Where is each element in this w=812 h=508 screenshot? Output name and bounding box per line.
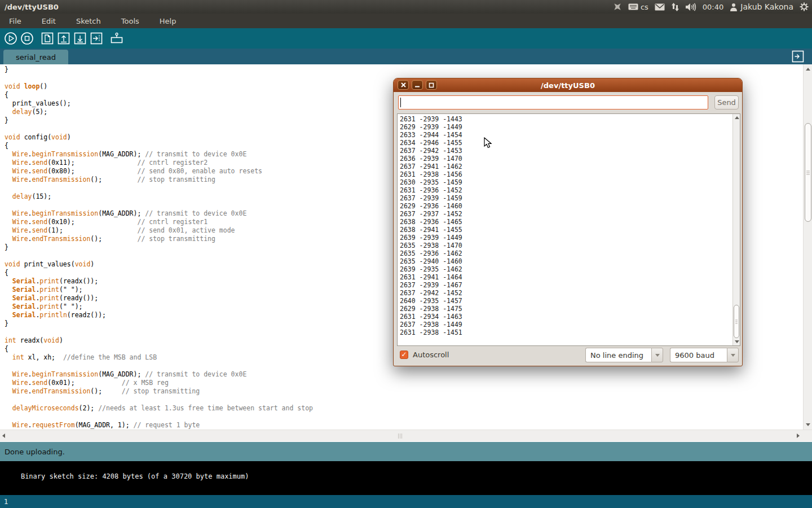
autoscroll-checkbox[interactable]: ✓: [400, 351, 408, 359]
serial-row: 2634 -2946 -1455: [400, 139, 740, 147]
save-button[interactable]: [73, 31, 87, 46]
user-menu[interactable]: Jakub Kakona: [730, 2, 793, 11]
menu-file[interactable]: File: [6, 16, 25, 27]
code-line: Wire.endTransmission(); // stop transmit…: [5, 387, 803, 396]
editor-scrollbar-thumb[interactable]: [805, 123, 811, 222]
save-icon: [73, 32, 87, 45]
serial-row: 2640 -2935 -1457: [400, 297, 740, 305]
serial-row: 2637 -2939 -1467: [400, 281, 740, 289]
monitor-scrollbar[interactable]: [732, 114, 740, 345]
scroll-down-icon[interactable]: [735, 340, 739, 343]
serial-rows: 2631 -2939 -14432629 -2939 -14492633 -29…: [398, 114, 740, 336]
send-label: Send: [717, 98, 736, 107]
serial-row: 2636 -2939 -1470: [400, 155, 740, 163]
serial-row: 2635 -2936 -1462: [400, 249, 740, 257]
baud-rate-value: 9600 baud: [670, 348, 727, 362]
open-icon: [57, 32, 70, 45]
serial-row: 2637 -2942 -1453: [400, 147, 740, 155]
monitor-titlebar[interactable]: /dev/ttyUSB0: [394, 78, 742, 92]
desktop: /dev/ttyUSB0 cs 00:40 Jakub Kakona File …: [0, 0, 812, 508]
pinwheel-icon[interactable]: [613, 2, 622, 11]
code-line: [5, 396, 803, 404]
serial-row: 2637 -2941 -1462: [400, 163, 740, 170]
menu-sketch[interactable]: Sketch: [73, 16, 104, 27]
menu-help[interactable]: Help: [156, 16, 180, 27]
upload-button[interactable]: [89, 31, 104, 46]
keyboard-layout-icon: [628, 3, 638, 10]
stop-icon: [20, 32, 34, 45]
serial-row: 2639 -2935 -1462: [400, 265, 740, 273]
footer-bar: 1: [0, 495, 812, 508]
code-line: Wire.beginTransmission(MAG_ADDR); // tra…: [5, 370, 803, 379]
stop-button[interactable]: [20, 31, 34, 46]
scroll-left-icon[interactable]: [2, 433, 5, 438]
serial-row: 2631 -2939 -1443: [400, 115, 740, 123]
serial-row: 2629 -2939 -1449: [400, 123, 740, 131]
window-controls: [398, 80, 437, 90]
status-message: Done uploading.: [5, 448, 65, 456]
line-ending-dropdown[interactable]: No line ending: [585, 348, 663, 362]
serial-monitor-button[interactable]: [109, 31, 124, 46]
editor-horizontal-scrollbar[interactable]: [0, 430, 812, 441]
verify-button[interactable]: [3, 31, 18, 46]
scroll-up-icon[interactable]: [806, 68, 810, 71]
serial-send-input[interactable]: [398, 95, 708, 110]
console-line: Binary sketch size: 4208 bytes (of a 307…: [21, 472, 249, 480]
serial-row: 2639 -2939 -1449: [400, 234, 740, 242]
serial-row: 2631 -2934 -1463: [400, 313, 740, 321]
menu-edit[interactable]: Edit: [38, 16, 59, 27]
chevron-down-icon: [655, 354, 660, 357]
dropdown-arrow-button[interactable]: [651, 348, 663, 362]
serial-row: 2633 -2944 -1454: [400, 131, 740, 139]
serial-row: 2629 -2938 -1475: [400, 305, 740, 313]
scroll-right-icon[interactable]: [797, 433, 800, 438]
send-button[interactable]: Send: [714, 95, 739, 110]
menu-tools[interactable]: Tools: [118, 16, 143, 27]
monitor-title: /dev/ttyUSB0: [541, 81, 595, 90]
tab-serial-read[interactable]: serial_read: [3, 50, 68, 64]
session-gear-icon[interactable]: [800, 2, 809, 11]
serial-row: 2638 -2936 -1465: [400, 218, 740, 226]
scroll-down-icon[interactable]: [806, 423, 810, 426]
editor-vertical-scrollbar[interactable]: [803, 64, 812, 430]
network-arrows-icon[interactable]: [671, 3, 679, 11]
monitor-controls: ✓ Autoscroll No line ending 9600 baud: [394, 349, 742, 367]
code-line: Wire.requestFrom(MAG_ADDR, 1); // reques…: [5, 421, 803, 430]
chevron-down-icon: [731, 354, 735, 357]
tab-label: serial_read: [16, 53, 56, 62]
mail-icon[interactable]: [655, 3, 665, 11]
build-console: Binary sketch size: 4208 bytes (of a 307…: [0, 461, 812, 495]
status-bar: Done uploading.: [0, 442, 812, 461]
open-button[interactable]: [56, 31, 71, 46]
monitor-scrollbar-thumb[interactable]: [734, 305, 739, 338]
code-line: delayMicroseconds(2); //needs at least 1…: [5, 404, 803, 413]
top-panel: /dev/ttyUSB0 cs 00:40 Jakub Kakona: [0, 0, 812, 14]
serial-row: 2631 -2941 -1464: [400, 273, 740, 281]
serial-row: 2630 -2935 -1459: [400, 178, 740, 186]
close-button[interactable]: [398, 80, 409, 90]
serial-row: 2637 -2939 -1459: [400, 194, 740, 202]
keyboard-indicator[interactable]: cs: [628, 3, 648, 11]
line-number-indicator: 1: [4, 498, 8, 506]
volume-icon[interactable]: [686, 3, 696, 11]
toolbar: [0, 28, 812, 49]
code-line: [5, 413, 803, 421]
maximize-button[interactable]: [426, 80, 437, 90]
thumb-grip: [735, 319, 738, 323]
close-icon: [401, 82, 406, 87]
serial-row: 2635 -2938 -1470: [400, 242, 740, 249]
serial-output[interactable]: 2631 -2939 -14432629 -2939 -14492633 -29…: [397, 113, 740, 346]
dropdown-arrow-button[interactable]: [727, 348, 739, 362]
scroll-up-icon[interactable]: [735, 116, 739, 119]
baud-rate-dropdown[interactable]: 9600 baud: [670, 348, 739, 362]
user-name: Jakub Kakona: [740, 2, 793, 11]
line-ending-value: No line ending: [585, 348, 651, 362]
hscroll-grip: [398, 433, 402, 439]
minimize-icon: [414, 82, 420, 87]
clock[interactable]: 00:40: [703, 3, 723, 11]
new-sketch-button[interactable]: [40, 31, 55, 46]
tab-menu-button[interactable]: [792, 50, 804, 63]
minimize-button[interactable]: [412, 80, 423, 90]
user-icon: [730, 3, 738, 11]
serial-monitor-window: /dev/ttyUSB0 Send 2631 -2939 -14432629 -…: [393, 78, 743, 366]
